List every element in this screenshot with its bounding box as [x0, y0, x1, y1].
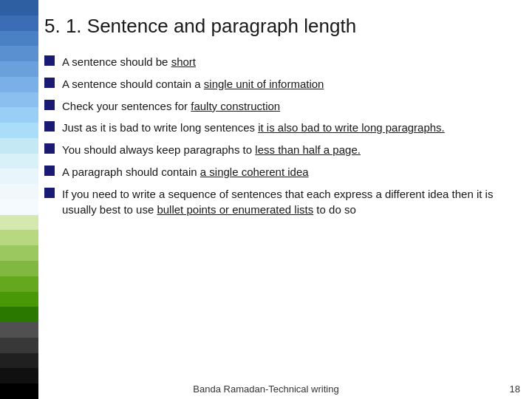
stripe-block: [0, 322, 38, 338]
bullet-square-icon: [44, 188, 55, 198]
stripe-block: [0, 107, 38, 123]
stripe-block: [0, 184, 38, 200]
stripe-block: [0, 338, 38, 353]
bullet-square-icon: [44, 100, 55, 110]
stripe-block: [0, 0, 38, 16]
bullet-square-icon: [44, 121, 55, 132]
bullet-square-icon: [44, 55, 55, 66]
list-item: A sentence should contain a single unit …: [44, 76, 525, 92]
stripe-block: [0, 123, 38, 138]
stripe-block: [0, 77, 38, 92]
list-item: A sentence should be short: [44, 54, 525, 70]
stripe-block: [0, 16, 38, 31]
list-item: You should always keep paragraphs to les…: [44, 142, 525, 158]
bullet-text: A sentence should be short: [62, 54, 525, 70]
list-item: A paragraph should contain a single cohe…: [44, 164, 525, 180]
stripe-block: [0, 168, 38, 184]
slide-title: 5. 1. Sentence and paragraph length: [44, 15, 525, 38]
stripe-block: [0, 92, 38, 108]
list-item: Just as it is bad to write long sentence…: [44, 120, 525, 136]
footer-center-text: Banda Ramadan-Technical writing: [193, 383, 338, 395]
bullet-square-icon: [44, 166, 55, 176]
stripe-block: [0, 200, 38, 215]
slide-content: 5. 1. Sentence and paragraph length A se…: [44, 15, 525, 369]
stripe-block: [0, 276, 38, 292]
bullet-text: You should always keep paragraphs to les…: [62, 142, 525, 158]
stripe-block: [0, 31, 38, 47]
bullet-text: A sentence should contain a single unit …: [62, 76, 525, 92]
bullet-square-icon: [44, 78, 55, 88]
stripe-block: [0, 154, 38, 169]
stripe-block: [0, 368, 38, 383]
stripe-block: [0, 138, 38, 154]
stripe-block: [0, 353, 38, 369]
stripe-block: [0, 292, 38, 307]
stripe-block: [0, 245, 38, 261]
bullet-text: A paragraph should contain a single cohe…: [62, 164, 525, 180]
bullet-text: Just as it is bad to write long sentence…: [62, 120, 525, 136]
stripe-block: [0, 230, 38, 245]
stripe-block: [0, 61, 38, 77]
footer-page-number: 18: [510, 383, 520, 395]
slide-footer: Banda Ramadan-Technical writing: [0, 383, 532, 395]
stripe-block: [0, 261, 38, 276]
bullet-text: If you need to write a sequence of sente…: [62, 186, 525, 219]
bullet-text: Check your sentences for faulty construc…: [62, 98, 525, 115]
bullet-list: A sentence should be shortA sentence sho…: [44, 54, 525, 218]
stripe-block: [0, 215, 38, 231]
stripe-block: [0, 46, 38, 61]
left-decorative-stripe: [0, 0, 38, 399]
list-item: Check your sentences for faulty construc…: [44, 98, 525, 115]
list-item: If you need to write a sequence of sente…: [44, 186, 525, 219]
stripe-block: [0, 307, 38, 322]
bullet-square-icon: [44, 143, 55, 154]
